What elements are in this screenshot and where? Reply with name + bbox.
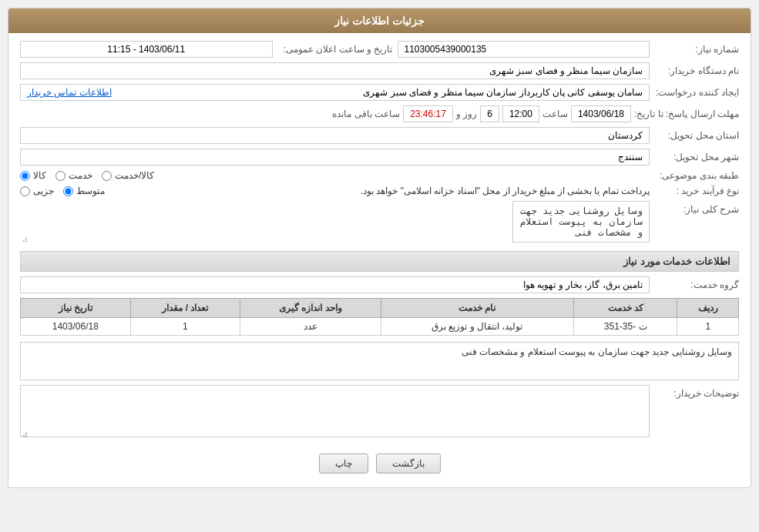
need-number-label: شماره نیاز: — [654, 44, 739, 55]
services-table-container: ردیف کد خدمت نام خدمت واحد اندازه گیری ت… — [20, 298, 739, 336]
need-description-box: شرح کلی نیاز: ⊿ — [20, 201, 739, 245]
buyer-org-value: سازمان سیما منظر و فضای سبز شهری — [20, 62, 650, 79]
category-khedmat-radio[interactable] — [55, 171, 65, 181]
category-khedmat-label: خدمت — [69, 170, 92, 181]
services-table: ردیف کد خدمت نام خدمت واحد اندازه گیری ت… — [20, 298, 739, 336]
creator-value: سامان یوسفی کانی پان کاربرداز سازمان سیم… — [363, 87, 643, 98]
col-date: تاریخ نیاز — [21, 299, 131, 318]
category-option-kala[interactable]: کالا — [20, 170, 46, 181]
buyer-org-row: نام دستگاه خریدار: سازمان سیما منظر و فض… — [20, 62, 739, 79]
buyer-desc-label: توضیحات خریدار: — [654, 385, 739, 399]
announcement-date-label: تاریخ و ساعت اعلان عمومی: — [277, 44, 393, 55]
buyer-desc-row: توضیحات خریدار: ⊿ — [20, 385, 739, 440]
cell-service-code: ت -35-351 — [573, 318, 677, 336]
response-date-value: 1403/06/18 — [571, 105, 631, 122]
services-info-header: اطلاعات خدمات مورد نیاز — [20, 251, 739, 272]
category-option-kala-khedmat[interactable]: کالا/خدمت — [102, 170, 154, 181]
col-unit: واحد اندازه گیری — [240, 299, 381, 318]
purchase-type-jozi-label: جزیی — [33, 186, 54, 196]
purchase-type-option-jozi[interactable]: جزیی — [20, 186, 54, 196]
response-deadline-label: مهلت ارسال پاسخ: تا تاریخ: — [634, 109, 739, 119]
notes-row: وسایل روشنایی جدید جهت سازمان به پیوست ا… — [20, 342, 739, 380]
cell-service-name: تولید، انتقال و توزیع برق — [381, 318, 573, 336]
need-description-textarea[interactable] — [512, 201, 650, 243]
announcement-date-value: 1403/06/11 - 11:15 — [20, 41, 273, 58]
buyer-resize-icon: ⊿ — [22, 430, 28, 438]
creator-value-box: سامان یوسفی کانی پان کاربرداز سازمان سیم… — [20, 84, 650, 101]
response-countdown-value: 23:46:17 — [403, 105, 453, 122]
response-days-value: 6 — [480, 105, 499, 122]
cell-date: 1403/06/18 — [21, 318, 131, 336]
category-kala-radio[interactable] — [20, 171, 30, 181]
city-value: سنندج — [20, 149, 650, 166]
col-quantity: تعداد / مقدار — [130, 299, 240, 318]
creator-row: ایجاد کننده درخواست: سامان یوسفی کانی پا… — [20, 84, 739, 101]
resize-icon: ⊿ — [22, 235, 28, 243]
response-time-label: ساعت — [542, 109, 568, 119]
category-kala-label: کالا — [33, 170, 46, 181]
back-button[interactable]: بازگشت — [376, 453, 441, 473]
cell-row-num: 1 — [677, 318, 739, 336]
services-info-label: اطلاعات خدمات مورد نیاز — [623, 256, 730, 267]
purchase-type-jozi-radio[interactable] — [20, 186, 30, 196]
buyer-desc-textarea[interactable] — [20, 385, 650, 437]
province-row: استان محل تحویل: کردستان — [20, 127, 739, 144]
purchase-type-radio-group: متوسط جزیی — [20, 186, 105, 196]
service-group-row: گروه خدمت: تامین برق، گاز، بخار و تهویه … — [20, 276, 739, 293]
city-row: شهر محل تحویل: سنندج — [20, 149, 739, 166]
city-label: شهر محل تحویل: — [654, 152, 739, 162]
response-time-value: 12:00 — [502, 105, 539, 122]
col-service-name: نام خدمت — [381, 299, 573, 318]
purchase-type-label: نوع فرآیند خرید : — [654, 186, 739, 196]
col-row-num: ردیف — [677, 299, 739, 318]
service-group-label: گروه خدمت: — [654, 279, 739, 290]
print-button[interactable]: چاپ — [319, 453, 368, 473]
category-kala-khedmat-label: کالا/خدمت — [115, 170, 154, 181]
response-days-label: روز و — [456, 109, 477, 119]
need-number-value: 1103005439000135 — [398, 41, 650, 58]
response-remaining-label: ساعت باقی مانده — [332, 109, 400, 119]
footer-buttons: بازگشت چاپ — [20, 447, 739, 480]
page-title: جزئیات اطلاعات نیاز — [334, 15, 425, 27]
table-row: 1 ت -35-351 تولید، انتقال و توزیع برق عد… — [21, 318, 739, 336]
need-number-row: شماره نیاز: 1103005439000135 تاریخ و ساع… — [20, 41, 739, 58]
response-deadline-row: مهلت ارسال پاسخ: تا تاریخ: 1403/06/18 سا… — [20, 105, 739, 122]
creator-link[interactable]: اطلاعات تماس خریدار — [27, 87, 112, 98]
need-description-label: شرح کلی نیاز: — [654, 201, 739, 215]
main-card: جزئیات اطلاعات نیاز شماره نیاز: 11030054… — [8, 8, 751, 488]
notes-content: وسایل روشنایی جدید جهت سازمان به پیوست ا… — [20, 342, 739, 380]
purchase-type-row: نوع فرآیند خرید : پرداخت تمام یا بخشی از… — [20, 186, 739, 196]
notes-value: وسایل روشنایی جدید جهت سازمان به پیوست ا… — [462, 346, 732, 357]
purchase-type-option-mutawasset[interactable]: متوسط — [63, 186, 105, 196]
province-value: کردستان — [20, 127, 650, 144]
buyer-org-label: نام دستگاه خریدار: — [654, 65, 739, 76]
cell-unit: عدد — [240, 318, 381, 336]
creator-label: ایجاد کننده درخواست: — [654, 87, 739, 98]
category-row: طبقه بندی موضوعی: کالا/خدمت خدمت کالا — [20, 170, 739, 181]
category-radio-group: کالا/خدمت خدمت کالا — [20, 170, 650, 181]
purchase-type-text: پرداخت تمام یا بخشی از مبلغ خریدار از مح… — [109, 186, 650, 196]
card-body: شماره نیاز: 1103005439000135 تاریخ و ساع… — [8, 33, 751, 487]
service-group-value: تامین برق، گاز، بخار و تهویه هوا — [20, 276, 650, 293]
card-header: جزئیات اطلاعات نیاز — [8, 8, 751, 33]
category-kala-khedmat-radio[interactable] — [102, 171, 112, 181]
purchase-type-mutawasset-label: متوسط — [76, 186, 105, 196]
cell-quantity: 1 — [130, 318, 240, 336]
purchase-type-mutawasset-radio[interactable] — [63, 186, 73, 196]
category-label: طبقه بندی موضوعی: — [654, 170, 739, 181]
province-label: استان محل تحویل: — [654, 130, 739, 141]
col-service-code: کد خدمت — [573, 299, 677, 318]
page-wrapper: جزئیات اطلاعات نیاز شماره نیاز: 11030054… — [0, 0, 759, 532]
category-option-khedmat[interactable]: خدمت — [55, 170, 92, 181]
